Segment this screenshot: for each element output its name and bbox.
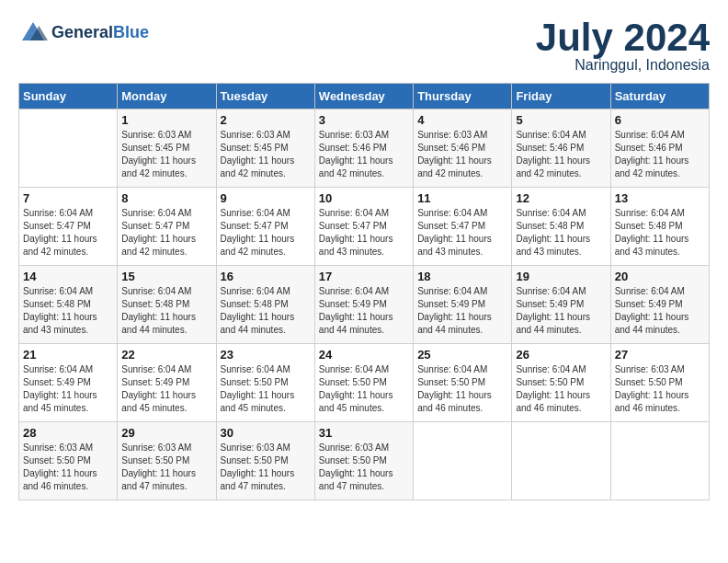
- day-info: Sunrise: 6:03 AM Sunset: 5:46 PM Dayligh…: [319, 129, 409, 180]
- day-info: Sunrise: 6:03 AM Sunset: 5:50 PM Dayligh…: [221, 442, 311, 493]
- calendar-cell: 3Sunrise: 6:03 AM Sunset: 5:46 PM Daylig…: [314, 109, 413, 188]
- day-info: Sunrise: 6:04 AM Sunset: 5:48 PM Dayligh…: [615, 207, 705, 259]
- calendar-cell: 23Sunrise: 6:04 AM Sunset: 5:50 PM Dayli…: [216, 344, 314, 422]
- day-number: 30: [221, 426, 311, 440]
- day-number: 28: [23, 426, 113, 440]
- day-number: 2: [221, 113, 311, 127]
- calendar-week-row: 28Sunrise: 6:03 AM Sunset: 5:50 PM Dayli…: [19, 422, 710, 500]
- day-info: Sunrise: 6:03 AM Sunset: 5:50 PM Dayligh…: [319, 442, 409, 493]
- calendar-cell: 29Sunrise: 6:03 AM Sunset: 5:50 PM Dayli…: [118, 422, 216, 500]
- day-number: 26: [516, 348, 606, 362]
- calendar-cell: 10Sunrise: 6:04 AM Sunset: 5:47 PM Dayli…: [314, 188, 413, 266]
- day-number: 7: [23, 191, 113, 205]
- calendar-cell: 13Sunrise: 6:04 AM Sunset: 5:48 PM Dayli…: [610, 188, 709, 266]
- weekday-header-wednesday: Wednesday: [314, 84, 413, 109]
- day-info: Sunrise: 6:04 AM Sunset: 5:48 PM Dayligh…: [121, 285, 211, 337]
- day-number: 4: [417, 113, 507, 127]
- calendar-cell: 7Sunrise: 6:04 AM Sunset: 5:47 PM Daylig…: [19, 188, 118, 266]
- day-info: Sunrise: 6:04 AM Sunset: 5:49 PM Dayligh…: [615, 285, 705, 337]
- day-info: Sunrise: 6:03 AM Sunset: 5:50 PM Dayligh…: [615, 363, 705, 415]
- calendar-cell: 27Sunrise: 6:03 AM Sunset: 5:50 PM Dayli…: [610, 344, 709, 422]
- day-info: Sunrise: 6:04 AM Sunset: 5:46 PM Dayligh…: [516, 129, 606, 180]
- day-info: Sunrise: 6:03 AM Sunset: 5:50 PM Dayligh…: [121, 442, 211, 493]
- day-info: Sunrise: 6:04 AM Sunset: 5:46 PM Dayligh…: [615, 129, 705, 180]
- calendar-cell: 4Sunrise: 6:03 AM Sunset: 5:46 PM Daylig…: [414, 109, 512, 188]
- calendar-cell: 17Sunrise: 6:04 AM Sunset: 5:49 PM Dayli…: [314, 266, 413, 344]
- day-number: 5: [516, 113, 606, 127]
- calendar-week-row: 7Sunrise: 6:04 AM Sunset: 5:47 PM Daylig…: [19, 188, 710, 266]
- weekday-header-monday: Monday: [118, 84, 216, 109]
- page-header: GeneralBlue July 2024 Naringgul, Indones…: [18, 18, 710, 74]
- calendar-cell: 30Sunrise: 6:03 AM Sunset: 5:50 PM Dayli…: [216, 422, 314, 500]
- weekday-header-row: SundayMondayTuesdayWednesdayThursdayFrid…: [19, 84, 710, 109]
- calendar-cell: 18Sunrise: 6:04 AM Sunset: 5:49 PM Dayli…: [414, 266, 512, 344]
- day-number: 18: [417, 270, 507, 283]
- logo-icon: [18, 18, 48, 48]
- day-number: 19: [516, 270, 606, 283]
- day-info: Sunrise: 6:04 AM Sunset: 5:50 PM Dayligh…: [319, 363, 409, 415]
- day-number: 25: [417, 348, 507, 362]
- day-number: 31: [319, 426, 409, 440]
- calendar-cell: 24Sunrise: 6:04 AM Sunset: 5:50 PM Dayli…: [314, 344, 413, 422]
- calendar-cell: [610, 422, 709, 500]
- weekday-header-sunday: Sunday: [19, 84, 118, 109]
- calendar-cell: 2Sunrise: 6:03 AM Sunset: 5:45 PM Daylig…: [216, 109, 314, 188]
- day-info: Sunrise: 6:03 AM Sunset: 5:50 PM Dayligh…: [23, 442, 113, 493]
- weekday-header-saturday: Saturday: [610, 84, 709, 109]
- weekday-header-tuesday: Tuesday: [216, 84, 314, 109]
- day-number: 6: [615, 113, 705, 127]
- day-number: 1: [121, 113, 211, 127]
- day-info: Sunrise: 6:03 AM Sunset: 5:45 PM Dayligh…: [121, 129, 211, 180]
- day-number: 13: [615, 191, 705, 205]
- day-info: Sunrise: 6:04 AM Sunset: 5:49 PM Dayligh…: [417, 285, 507, 337]
- day-info: Sunrise: 6:04 AM Sunset: 5:47 PM Dayligh…: [319, 207, 409, 259]
- calendar-cell: 14Sunrise: 6:04 AM Sunset: 5:48 PM Dayli…: [19, 266, 118, 344]
- title-area: July 2024 Naringgul, Indonesia: [536, 18, 710, 74]
- day-info: Sunrise: 6:04 AM Sunset: 5:47 PM Dayligh…: [23, 207, 113, 259]
- day-info: Sunrise: 6:04 AM Sunset: 5:50 PM Dayligh…: [221, 363, 311, 415]
- day-info: Sunrise: 6:04 AM Sunset: 5:49 PM Dayligh…: [516, 285, 606, 337]
- day-number: 16: [221, 270, 311, 283]
- calendar-cell: [19, 109, 118, 188]
- calendar-cell: [414, 422, 512, 500]
- calendar-cell: 26Sunrise: 6:04 AM Sunset: 5:50 PM Dayli…: [512, 344, 610, 422]
- day-info: Sunrise: 6:04 AM Sunset: 5:48 PM Dayligh…: [221, 285, 311, 337]
- day-info: Sunrise: 6:04 AM Sunset: 5:50 PM Dayligh…: [417, 363, 507, 415]
- day-number: 14: [23, 270, 113, 283]
- day-info: Sunrise: 6:04 AM Sunset: 5:47 PM Dayligh…: [417, 207, 507, 259]
- day-number: 9: [221, 191, 311, 205]
- day-number: 21: [23, 348, 113, 362]
- logo: GeneralBlue: [18, 18, 149, 48]
- calendar-table: SundayMondayTuesdayWednesdayThursdayFrid…: [18, 83, 710, 500]
- calendar-cell: 12Sunrise: 6:04 AM Sunset: 5:48 PM Dayli…: [512, 188, 610, 266]
- day-info: Sunrise: 6:04 AM Sunset: 5:50 PM Dayligh…: [516, 363, 606, 415]
- calendar-cell: 31Sunrise: 6:03 AM Sunset: 5:50 PM Dayli…: [314, 422, 413, 500]
- day-number: 11: [417, 191, 507, 205]
- day-info: Sunrise: 6:04 AM Sunset: 5:49 PM Dayligh…: [23, 363, 113, 415]
- calendar-cell: [512, 422, 610, 500]
- calendar-cell: 21Sunrise: 6:04 AM Sunset: 5:49 PM Dayli…: [19, 344, 118, 422]
- weekday-header-friday: Friday: [512, 84, 610, 109]
- logo-text: GeneralBlue: [51, 24, 149, 42]
- calendar-cell: 6Sunrise: 6:04 AM Sunset: 5:46 PM Daylig…: [610, 109, 709, 188]
- day-number: 10: [319, 191, 409, 205]
- day-number: 15: [121, 270, 211, 283]
- calendar-cell: 25Sunrise: 6:04 AM Sunset: 5:50 PM Dayli…: [414, 344, 512, 422]
- calendar-cell: 1Sunrise: 6:03 AM Sunset: 5:45 PM Daylig…: [118, 109, 216, 188]
- day-info: Sunrise: 6:04 AM Sunset: 5:49 PM Dayligh…: [121, 363, 211, 415]
- day-info: Sunrise: 6:04 AM Sunset: 5:47 PM Dayligh…: [121, 207, 211, 259]
- calendar-week-row: 14Sunrise: 6:04 AM Sunset: 5:48 PM Dayli…: [19, 266, 710, 344]
- day-number: 24: [319, 348, 409, 362]
- day-info: Sunrise: 6:04 AM Sunset: 5:49 PM Dayligh…: [319, 285, 409, 337]
- day-info: Sunrise: 6:04 AM Sunset: 5:47 PM Dayligh…: [221, 207, 311, 259]
- calendar-cell: 15Sunrise: 6:04 AM Sunset: 5:48 PM Dayli…: [118, 266, 216, 344]
- month-title: July 2024: [536, 18, 710, 57]
- calendar-cell: 19Sunrise: 6:04 AM Sunset: 5:49 PM Dayli…: [512, 266, 610, 344]
- calendar-cell: 22Sunrise: 6:04 AM Sunset: 5:49 PM Dayli…: [118, 344, 216, 422]
- day-info: Sunrise: 6:04 AM Sunset: 5:48 PM Dayligh…: [23, 285, 113, 337]
- calendar-cell: 16Sunrise: 6:04 AM Sunset: 5:48 PM Dayli…: [216, 266, 314, 344]
- day-number: 22: [121, 348, 211, 362]
- calendar-cell: 9Sunrise: 6:04 AM Sunset: 5:47 PM Daylig…: [216, 188, 314, 266]
- calendar-cell: 11Sunrise: 6:04 AM Sunset: 5:47 PM Dayli…: [414, 188, 512, 266]
- day-info: Sunrise: 6:04 AM Sunset: 5:48 PM Dayligh…: [516, 207, 606, 259]
